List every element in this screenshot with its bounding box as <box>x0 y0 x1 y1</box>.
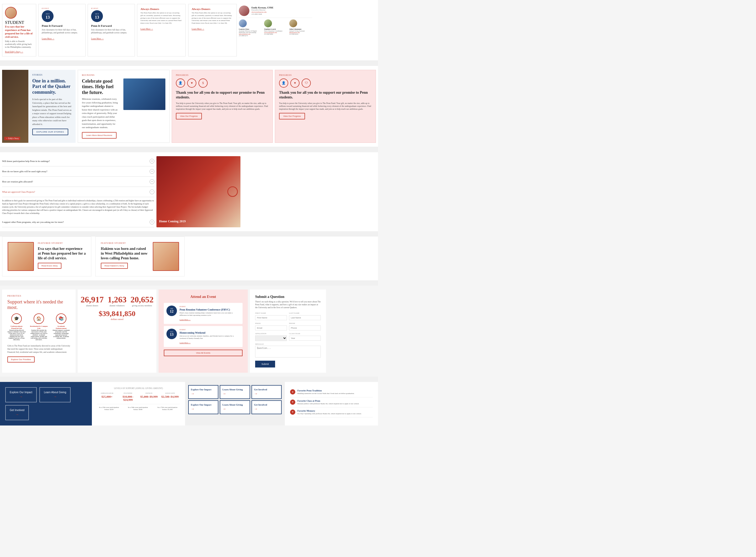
event-day-2: 13 <box>95 15 99 20</box>
contact-title-emily: Executive Director <box>252 9 273 11</box>
form-title: Submit a Question <box>255 295 321 299</box>
progress-icons-1: 👤 ♥ $ <box>176 79 268 88</box>
student-link-eddy[interactable]: Read Eddy's Story → <box>5 51 23 53</box>
bottom-get-involved-btn[interactable]: Get Involved → <box>5 405 29 420</box>
student-story-link[interactable]: → Eddy's Story <box>4 137 20 140</box>
form-submit-btn[interactable]: Submit <box>255 361 275 368</box>
level-ambassador-name: AMBASSADOR <box>97 392 117 394</box>
event-link-homecoming[interactable]: Learn More → <box>179 342 191 344</box>
contact-phone-stephen: 215-898-9668 <box>264 33 287 35</box>
progress-card-2: PROGRESS 👤 ♥ 🛡 Thank you for all you do … <box>275 70 376 143</box>
form-affiliation-label: AFFILIATION <box>255 332 287 335</box>
featured-label-eva: FEATURED STUDENT <box>38 242 86 244</box>
fav-desc-2: Russian politics with professor Rudra Si… <box>297 403 359 405</box>
form-classyear-input[interactable] <box>289 336 321 341</box>
nav-grid-involved-2[interactable]: Get Involved → <box>252 400 282 414</box>
bottom-learn-arrow: → <box>44 394 66 399</box>
stat-alumni-donors: 26,917 alumni donors <box>81 295 104 307</box>
progress-label-1: PROGRESS <box>176 74 268 77</box>
priorities-card: PRIORITIES Support where it's needed the… <box>2 290 76 373</box>
progress-desc-2: You help to power the University when yo… <box>279 102 372 111</box>
form-firstname-input[interactable] <box>255 315 287 320</box>
event-link-2[interactable]: Learn More → <box>91 37 104 40</box>
faq-answer-4: In addition to their goals for unrestric… <box>2 197 154 217</box>
contact-email-emily[interactable]: ekernan@upenn.edu <box>252 11 273 13</box>
nav-grid-learn-2-label: Learn About Giving <box>222 404 247 406</box>
reunions-text: Celebrate good times. Help fuel the futu… <box>82 79 118 139</box>
faq-toggle-1[interactable]: + <box>150 159 154 164</box>
event-link-frvc[interactable]: Learn More → <box>179 319 191 321</box>
stories-card: STORIES One in a million. Part of the Qu… <box>28 70 76 143</box>
alumni-class2: In a 50th year participation bonus: $500 <box>126 406 150 411</box>
fav-content-1: Favorite Penn Tradition Building memorie… <box>297 389 354 395</box>
progress-btn-1[interactable]: View Our Progress <box>176 113 202 119</box>
level-associate-amount: $2,500–$4,999 <box>160 395 180 398</box>
nav-grid-explore-1-label: Explore Our Impact <box>191 388 216 391</box>
nav-grid-explore-2[interactable]: Explore Our Impact → <box>188 400 219 414</box>
nav-grid-explore-1[interactable]: Explore Our Impact → <box>188 385 219 399</box>
featured-card-hakiem: FEATURED STUDENT Hakiem was born and rai… <box>95 236 184 276</box>
event-month-1: OCT <box>46 13 50 15</box>
progress-btn-2[interactable]: View Our Progress <box>279 113 305 119</box>
stories-btn[interactable]: Explore Our Stories <box>32 128 68 135</box>
progress-icon-person-2: 👤 <box>279 79 288 88</box>
view-all-events-btn[interactable]: View All Events <box>164 350 242 356</box>
nav-grid-involved-1[interactable]: Get Involved → <box>252 385 282 399</box>
dollars-raised: $39,841,850 <box>83 310 151 318</box>
stat-label-volunteers: alumni volunteers <box>108 304 126 307</box>
form-phone-input[interactable] <box>289 325 321 330</box>
stat-num-volunteers: 1,263 <box>108 295 126 304</box>
donors-title-1: Always Donors <box>140 7 182 10</box>
featured-btn-eva[interactable]: Read Eva's Story <box>38 263 61 269</box>
bottom-explore-impact-btn[interactable]: Explore Our Impact → <box>5 387 37 402</box>
contact-title-lauren: Assistant Director of Digital Marketing … <box>239 30 262 33</box>
faq-q4: What are approved Class Projects? <box>2 190 35 193</box>
featured-btn-hakiem[interactable]: Read Hakiem's Story <box>101 263 128 269</box>
bottom-involved-label: Get Involved <box>10 409 24 412</box>
contact-name-lauren: Lauren Glaw <box>239 28 262 30</box>
progress-icon-person: 👤 <box>176 79 185 88</box>
faq-toggle-5[interactable]: + <box>150 220 154 225</box>
form-message-textarea[interactable] <box>255 346 321 357</box>
form-affiliation-select[interactable] <box>255 335 287 341</box>
nav-grid-learn-1[interactable]: Learn About Giving → <box>220 385 250 399</box>
form-lastname-input[interactable] <box>289 315 321 320</box>
contact-row-3: Lauren Glaw Assistant Director of Digita… <box>239 20 312 36</box>
contact-john: John Lhommee Annual Giving Assistant jlh… <box>289 20 312 36</box>
contact-section: Emily Kernan, CFRE Executive Director ek… <box>239 4 312 56</box>
homecoming-title: Home Coming 2019 <box>159 219 185 224</box>
faq-toggle-3[interactable]: + <box>150 179 154 184</box>
fav-icon-2: ♥ <box>290 400 295 405</box>
priorities-btn[interactable]: Explore Our Priorities <box>7 356 35 362</box>
alumni-bonuses: In a 25th year participation bonus: $250… <box>97 406 180 411</box>
bottom-involved-arrow: → <box>10 412 24 416</box>
events-title: Attend an Event <box>164 295 242 299</box>
form-email-input[interactable] <box>255 325 287 330</box>
reunions-btn[interactable]: Learn More About Reunions <box>82 132 117 139</box>
level-patron: PATRON $5,000–$9,999 <box>139 392 159 401</box>
divider-1 <box>0 61 378 66</box>
faq-toggle-2[interactable]: + <box>150 169 154 174</box>
nav-grid-arrow-2: → <box>222 392 247 396</box>
nav-grid-explore-2-label: Explore Our Impact <box>191 404 216 406</box>
donors-link-2[interactable]: Learn More → <box>192 28 204 30</box>
nav-grid: Explore Our Impact → Learn About Giving … <box>188 385 282 414</box>
level-patron-amount: $5,000–$9,999 <box>139 395 159 398</box>
nav-grid-arrow-3: → <box>254 392 279 396</box>
alumni-class3: In a 75th year participation bonus: $1,0… <box>155 406 180 411</box>
bottom-nav-section: Explore Our Impact → Learn About Giving … <box>0 382 92 426</box>
faq-toggle-4[interactable]: − <box>150 189 154 194</box>
reunions-card: REUNIONS Celebrate good times. Help fuel… <box>78 70 170 143</box>
stat-num-society: 20,652 <box>130 295 153 304</box>
bottom-learn-giving-btn[interactable]: Learn About Giving → <box>39 387 70 402</box>
donors-link-1[interactable]: Learn More → <box>140 28 153 30</box>
event-link-1[interactable]: Learn More → <box>42 37 54 40</box>
stat-num-donors: 26,917 <box>81 295 104 304</box>
fav-icon-1: ♥ <box>290 389 295 394</box>
reunions-desc: Milestone reunions, celebrated every fiv… <box>82 97 118 129</box>
priorities-title: Support where it's needed the most. <box>7 299 70 310</box>
nav-grid-learn-2[interactable]: Learn About Giving → <box>220 400 250 414</box>
favorite-item-3: ♥ Favorite Memory Ivy Day! Spending with… <box>290 407 373 417</box>
form-lastname-label: LAST NAME <box>289 312 321 314</box>
stat-label-donors: alumni donors <box>81 304 104 307</box>
